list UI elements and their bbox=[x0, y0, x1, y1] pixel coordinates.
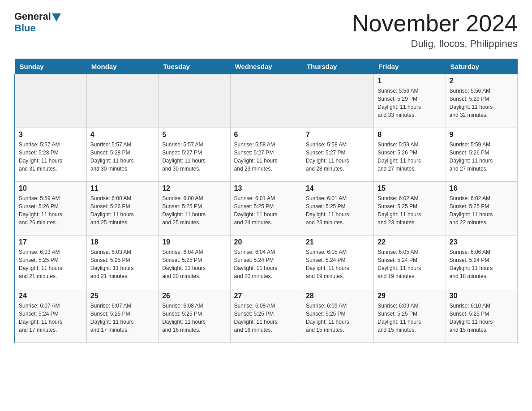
calendar-cell: 27Sunrise: 6:08 AMSunset: 5:25 PMDayligh… bbox=[230, 289, 302, 343]
logo: General Blue bbox=[14, 11, 62, 34]
calendar-cell: 24Sunrise: 6:07 AMSunset: 5:24 PMDayligh… bbox=[15, 289, 86, 343]
day-number: 22 bbox=[378, 238, 442, 246]
day-info: Sunrise: 6:03 AMSunset: 5:25 PMDaylight:… bbox=[90, 248, 154, 280]
calendar-cell bbox=[159, 74, 230, 128]
day-number: 1 bbox=[378, 77, 442, 85]
subtitle: Dulig, Ilocos, Philippines bbox=[352, 38, 518, 50]
calendar-cell: 16Sunrise: 6:02 AMSunset: 5:25 PMDayligh… bbox=[446, 182, 517, 235]
day-info: Sunrise: 6:00 AMSunset: 5:26 PMDaylight:… bbox=[90, 194, 154, 227]
calendar-cell: 9Sunrise: 5:59 AMSunset: 5:26 PMDaylight… bbox=[446, 128, 517, 182]
header-saturday: Saturday bbox=[446, 59, 517, 74]
day-number: 4 bbox=[90, 131, 154, 139]
calendar-week-4: 17Sunrise: 6:03 AMSunset: 5:25 PMDayligh… bbox=[15, 235, 518, 289]
day-number: 24 bbox=[19, 292, 83, 300]
day-number: 10 bbox=[19, 184, 83, 193]
logo-blue-text: Blue bbox=[14, 22, 36, 34]
calendar-cell: 23Sunrise: 6:06 AMSunset: 5:24 PMDayligh… bbox=[446, 235, 517, 289]
day-number: 19 bbox=[162, 238, 226, 246]
calendar-cell: 28Sunrise: 6:09 AMSunset: 5:25 PMDayligh… bbox=[302, 289, 373, 343]
calendar-cell bbox=[15, 74, 86, 128]
day-number: 18 bbox=[90, 238, 154, 246]
day-info: Sunrise: 5:57 AMSunset: 5:28 PMDaylight:… bbox=[19, 141, 83, 173]
calendar-cell: 3Sunrise: 5:57 AMSunset: 5:28 PMDaylight… bbox=[15, 128, 86, 182]
day-info: Sunrise: 6:05 AMSunset: 5:24 PMDaylight:… bbox=[378, 248, 442, 280]
day-info: Sunrise: 6:05 AMSunset: 5:24 PMDaylight:… bbox=[306, 248, 370, 280]
calendar-cell: 8Sunrise: 5:59 AMSunset: 5:26 PMDaylight… bbox=[374, 128, 446, 182]
day-info: Sunrise: 5:57 AMSunset: 5:27 PMDaylight:… bbox=[162, 141, 226, 173]
calendar-cell: 5Sunrise: 5:57 AMSunset: 5:27 PMDaylight… bbox=[159, 128, 230, 182]
calendar-cell: 7Sunrise: 5:58 AMSunset: 5:27 PMDaylight… bbox=[302, 128, 373, 182]
logo-general: General bbox=[14, 11, 51, 22]
day-info: Sunrise: 5:59 AMSunset: 5:26 PMDaylight:… bbox=[450, 141, 514, 173]
calendar-cell: 2Sunrise: 5:56 AMSunset: 5:29 PMDaylight… bbox=[446, 74, 517, 128]
day-number: 7 bbox=[306, 131, 370, 139]
day-info: Sunrise: 6:04 AMSunset: 5:24 PMDaylight:… bbox=[234, 248, 298, 280]
calendar-cell: 21Sunrise: 6:05 AMSunset: 5:24 PMDayligh… bbox=[302, 235, 373, 289]
calendar-header: SundayMondayTuesdayWednesdayThursdayFrid… bbox=[15, 59, 518, 74]
day-number: 8 bbox=[378, 131, 442, 139]
day-number: 23 bbox=[450, 238, 514, 246]
header-wednesday: Wednesday bbox=[230, 59, 302, 74]
day-info: Sunrise: 6:04 AMSunset: 5:25 PMDaylight:… bbox=[162, 248, 226, 280]
header-row: SundayMondayTuesdayWednesdayThursdayFrid… bbox=[15, 59, 518, 74]
day-info: Sunrise: 5:56 AMSunset: 5:29 PMDaylight:… bbox=[378, 87, 442, 119]
logo-triangle-icon bbox=[52, 13, 61, 21]
day-info: Sunrise: 6:03 AMSunset: 5:25 PMDaylight:… bbox=[19, 248, 83, 280]
calendar-week-5: 24Sunrise: 6:07 AMSunset: 5:24 PMDayligh… bbox=[15, 289, 518, 343]
header-sunday: Sunday bbox=[15, 59, 86, 74]
header-thursday: Thursday bbox=[302, 59, 373, 74]
day-info: Sunrise: 5:59 AMSunset: 5:26 PMDaylight:… bbox=[19, 194, 83, 227]
day-number: 13 bbox=[234, 184, 298, 193]
day-number: 30 bbox=[450, 292, 514, 300]
calendar-cell: 18Sunrise: 6:03 AMSunset: 5:25 PMDayligh… bbox=[86, 235, 158, 289]
day-info: Sunrise: 6:10 AMSunset: 5:25 PMDaylight:… bbox=[450, 302, 514, 334]
day-number: 14 bbox=[306, 184, 370, 193]
day-number: 17 bbox=[19, 238, 83, 246]
day-number: 16 bbox=[450, 184, 514, 193]
calendar-cell: 30Sunrise: 6:10 AMSunset: 5:25 PMDayligh… bbox=[446, 289, 517, 343]
day-info: Sunrise: 6:02 AMSunset: 5:25 PMDaylight:… bbox=[450, 194, 514, 227]
calendar-cell: 15Sunrise: 6:02 AMSunset: 5:25 PMDayligh… bbox=[374, 182, 446, 235]
day-info: Sunrise: 5:56 AMSunset: 5:29 PMDaylight:… bbox=[450, 87, 514, 119]
logo-text: General bbox=[14, 11, 62, 22]
day-number: 29 bbox=[378, 292, 442, 300]
day-info: Sunrise: 6:02 AMSunset: 5:25 PMDaylight:… bbox=[378, 194, 442, 227]
day-number: 9 bbox=[450, 131, 514, 139]
calendar-week-2: 3Sunrise: 5:57 AMSunset: 5:28 PMDaylight… bbox=[15, 128, 518, 182]
calendar-cell bbox=[230, 74, 302, 128]
day-number: 6 bbox=[234, 131, 298, 139]
page-header: General Blue November 2024 Dulig, Ilocos… bbox=[14, 11, 518, 50]
calendar-cell: 29Sunrise: 6:09 AMSunset: 5:25 PMDayligh… bbox=[374, 289, 446, 343]
day-number: 26 bbox=[162, 292, 226, 300]
day-info: Sunrise: 5:57 AMSunset: 5:28 PMDaylight:… bbox=[90, 141, 154, 173]
calendar-cell bbox=[302, 74, 373, 128]
calendar-cell: 12Sunrise: 6:00 AMSunset: 5:25 PMDayligh… bbox=[159, 182, 230, 235]
calendar-body: 1Sunrise: 5:56 AMSunset: 5:29 PMDaylight… bbox=[15, 74, 518, 343]
day-info: Sunrise: 6:09 AMSunset: 5:25 PMDaylight:… bbox=[378, 302, 442, 334]
day-number: 5 bbox=[162, 131, 226, 139]
day-number: 2 bbox=[450, 77, 514, 85]
day-number: 3 bbox=[19, 131, 83, 139]
calendar-cell: 25Sunrise: 6:07 AMSunset: 5:25 PMDayligh… bbox=[86, 289, 158, 343]
calendar-cell: 1Sunrise: 5:56 AMSunset: 5:29 PMDaylight… bbox=[374, 74, 446, 128]
day-info: Sunrise: 6:09 AMSunset: 5:25 PMDaylight:… bbox=[306, 302, 370, 334]
day-number: 12 bbox=[162, 184, 226, 193]
day-info: Sunrise: 5:58 AMSunset: 5:27 PMDaylight:… bbox=[234, 141, 298, 173]
calendar-cell: 4Sunrise: 5:57 AMSunset: 5:28 PMDaylight… bbox=[86, 128, 158, 182]
day-info: Sunrise: 6:06 AMSunset: 5:24 PMDaylight:… bbox=[450, 248, 514, 280]
day-number: 28 bbox=[306, 292, 370, 300]
day-number: 15 bbox=[378, 184, 442, 193]
calendar-cell: 26Sunrise: 6:08 AMSunset: 5:25 PMDayligh… bbox=[159, 289, 230, 343]
day-info: Sunrise: 6:08 AMSunset: 5:25 PMDaylight:… bbox=[162, 302, 226, 334]
day-info: Sunrise: 6:01 AMSunset: 5:25 PMDaylight:… bbox=[234, 194, 298, 227]
day-number: 11 bbox=[90, 184, 154, 193]
calendar-cell: 10Sunrise: 5:59 AMSunset: 5:26 PMDayligh… bbox=[15, 182, 86, 235]
calendar-cell: 14Sunrise: 6:01 AMSunset: 5:25 PMDayligh… bbox=[302, 182, 373, 235]
main-title: November 2024 bbox=[352, 11, 518, 36]
day-info: Sunrise: 6:00 AMSunset: 5:25 PMDaylight:… bbox=[162, 194, 226, 227]
day-info: Sunrise: 6:07 AMSunset: 5:25 PMDaylight:… bbox=[90, 302, 154, 334]
calendar-cell: 22Sunrise: 6:05 AMSunset: 5:24 PMDayligh… bbox=[374, 235, 446, 289]
calendar-cell: 19Sunrise: 6:04 AMSunset: 5:25 PMDayligh… bbox=[159, 235, 230, 289]
calendar-table: SundayMondayTuesdayWednesdayThursdayFrid… bbox=[14, 59, 518, 343]
calendar-cell: 13Sunrise: 6:01 AMSunset: 5:25 PMDayligh… bbox=[230, 182, 302, 235]
